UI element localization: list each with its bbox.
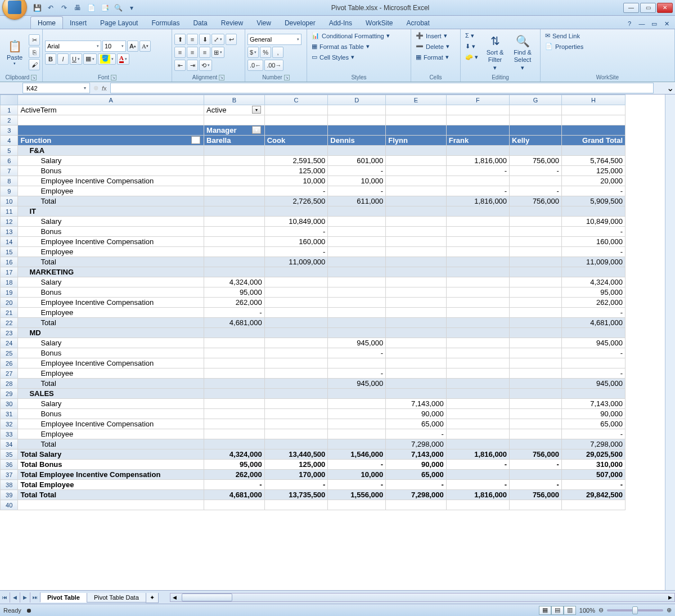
- merge-button[interactable]: ⊞: [212, 47, 224, 58]
- cell[interactable]: [561, 500, 625, 510]
- cell[interactable]: [204, 429, 265, 439]
- cell[interactable]: 11,009,000: [264, 257, 328, 267]
- align-right-button[interactable]: ≡: [199, 47, 210, 58]
- cell[interactable]: 310,000: [561, 460, 625, 470]
- row-header[interactable]: 1: [1, 105, 18, 115]
- cell[interactable]: [386, 348, 447, 358]
- alignment-dialog-icon[interactable]: ↘: [219, 75, 224, 80]
- cell[interactable]: [204, 379, 265, 389]
- cell[interactable]: -: [328, 460, 386, 470]
- grow-font-button[interactable]: A▴: [127, 41, 138, 52]
- cell[interactable]: -: [328, 186, 386, 196]
- filter-icon[interactable]: ▾: [252, 126, 261, 134]
- cell[interactable]: [561, 389, 625, 399]
- cell[interactable]: 13,735,500: [264, 490, 328, 500]
- cell[interactable]: Active▾: [204, 105, 265, 115]
- cell[interactable]: 20,000: [561, 176, 625, 186]
- cell[interactable]: [264, 348, 328, 358]
- cell[interactable]: Salary: [18, 338, 204, 348]
- cell[interactable]: 10,000: [328, 470, 386, 480]
- cell[interactable]: [264, 379, 328, 389]
- cell[interactable]: 160,000: [264, 237, 328, 247]
- cell[interactable]: Cook: [264, 136, 328, 146]
- cell[interactable]: [510, 146, 562, 156]
- cell[interactable]: [386, 196, 447, 206]
- cell[interactable]: Employee Incentive Compensation: [18, 298, 204, 308]
- row-header[interactable]: 5: [1, 146, 18, 156]
- cut-button[interactable]: ✂: [29, 34, 40, 46]
- formula-input[interactable]: [110, 83, 654, 93]
- cell[interactable]: Employee Incentive Compensation: [18, 358, 204, 368]
- cell[interactable]: [510, 338, 562, 348]
- shrink-font-button[interactable]: A▾: [140, 41, 151, 52]
- cell[interactable]: [264, 358, 328, 368]
- wrap-text-button[interactable]: ↩: [226, 34, 237, 45]
- row-header[interactable]: 10: [1, 196, 18, 206]
- cell[interactable]: [328, 419, 386, 429]
- cell[interactable]: 756,000: [510, 196, 562, 206]
- cell[interactable]: 756,000: [510, 156, 562, 166]
- cell[interactable]: Total Total: [18, 490, 204, 500]
- row-header[interactable]: 19: [1, 287, 18, 298]
- cell[interactable]: [446, 298, 509, 308]
- row-header[interactable]: 17: [1, 267, 18, 277]
- row-header[interactable]: 26: [1, 358, 18, 368]
- tab-nav-last-icon[interactable]: ⏭: [30, 592, 40, 602]
- cancel-formula-icon[interactable]: ⊗: [93, 84, 98, 92]
- cell[interactable]: -: [328, 348, 386, 358]
- row-header[interactable]: 22: [1, 318, 18, 328]
- cell[interactable]: -: [510, 460, 562, 470]
- cell[interactable]: [328, 247, 386, 257]
- tab-insert[interactable]: Insert: [63, 17, 93, 29]
- cell[interactable]: [510, 358, 562, 368]
- cell[interactable]: [204, 409, 265, 419]
- cell[interactable]: [328, 358, 386, 368]
- cell[interactable]: [204, 196, 265, 206]
- close-workbook-icon[interactable]: ✕: [662, 19, 672, 29]
- row-header[interactable]: 7: [1, 166, 18, 176]
- cell[interactable]: [328, 146, 386, 156]
- cell[interactable]: [328, 429, 386, 439]
- cell[interactable]: [204, 156, 265, 166]
- cell[interactable]: [510, 389, 562, 399]
- cell[interactable]: [204, 348, 265, 358]
- cell[interactable]: -: [446, 166, 509, 176]
- cell[interactable]: [264, 287, 328, 298]
- cell[interactable]: 95,000: [204, 460, 265, 470]
- cell[interactable]: MARKETING: [18, 267, 204, 277]
- cell[interactable]: 7,298,000: [386, 439, 447, 449]
- cell[interactable]: 756,000: [510, 490, 562, 500]
- cell[interactable]: 945,000: [328, 338, 386, 348]
- row-header[interactable]: 14: [1, 237, 18, 247]
- cell[interactable]: Kelly: [510, 136, 562, 146]
- cell[interactable]: 13,440,500: [264, 449, 328, 460]
- col-header-G[interactable]: G: [510, 95, 562, 105]
- macro-record-icon[interactable]: ⏺: [26, 607, 32, 614]
- cell[interactable]: Flynn: [386, 136, 447, 146]
- cell[interactable]: [446, 125, 509, 136]
- cell[interactable]: 29,842,500: [561, 490, 625, 500]
- cell[interactable]: [386, 500, 447, 510]
- cell[interactable]: [446, 358, 509, 368]
- fill-color-button[interactable]: 🪣: [98, 53, 116, 65]
- cell[interactable]: [510, 399, 562, 409]
- cell[interactable]: [264, 439, 328, 449]
- cell[interactable]: [561, 125, 625, 136]
- cell[interactable]: 507,000: [561, 470, 625, 480]
- cell[interactable]: [264, 338, 328, 348]
- cell[interactable]: 7,143,000: [561, 399, 625, 409]
- tab-worksite[interactable]: WorkSite: [359, 17, 399, 29]
- sheet-tab-pivot-table-data[interactable]: Pivot Table Data: [87, 593, 146, 602]
- delete-cells-button[interactable]: ➖ Delete ▾: [413, 42, 458, 51]
- expand-formula-bar-icon[interactable]: ⌄: [665, 82, 675, 94]
- row-header[interactable]: 30: [1, 399, 18, 409]
- cell[interactable]: [264, 419, 328, 429]
- cell[interactable]: 90,000: [386, 460, 447, 470]
- cell[interactable]: 4,681,000: [561, 318, 625, 328]
- font-dialog-icon[interactable]: ↘: [111, 75, 116, 80]
- cell[interactable]: 611,000: [328, 196, 386, 206]
- cell[interactable]: [204, 237, 265, 247]
- cell[interactable]: [386, 227, 447, 237]
- row-header[interactable]: 11: [1, 206, 18, 217]
- font-color-button[interactable]: A: [117, 53, 129, 65]
